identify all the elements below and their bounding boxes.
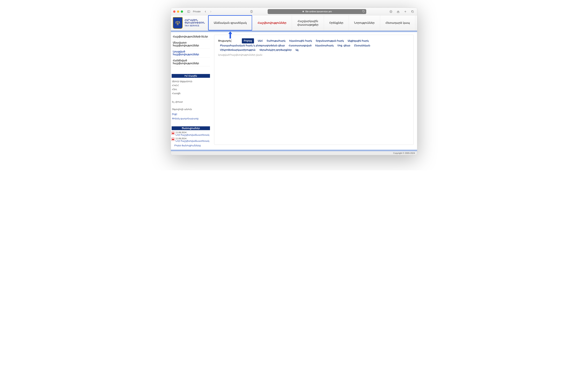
sidebar-report-item-2[interactable]: Լրացված հաշվետվություններ	[172, 48, 210, 58]
pdf-icon	[172, 132, 174, 135]
notice-title[interactable]: Նոր հաշվետվաձևատեսակ	[175, 140, 209, 142]
maximize-window-button[interactable]	[181, 10, 183, 13]
sidebar-report-item-1[interactable]: Անավարտ հաշվետվություններ	[172, 40, 210, 48]
refresh-icon[interactable]	[362, 10, 365, 13]
filter-pill-7[interactable]: Հաստատագրված	[289, 44, 311, 48]
decorative-strip	[171, 150, 417, 151]
filter-row: Ցուցադրել՝ ԲոլորըԱԱՀՇահութահարկԵկամտային…	[218, 38, 410, 52]
about-email-label: Էլ. փոստ	[172, 101, 210, 103]
filter-pill-2[interactable]: Շահութահարկ	[267, 39, 285, 43]
nav-item-5[interactable]: Հետադարձ կապ	[380, 15, 415, 30]
filter-pill-4[interactable]: Շրջանառության հարկ	[316, 39, 344, 43]
share-icon[interactable]	[396, 9, 401, 14]
about-user-label: Օգտվողի անուն	[172, 108, 210, 111]
about-name-label: Անուն Ազգանուն	[172, 80, 210, 83]
back-button[interactable]	[203, 9, 208, 14]
nav-item-2[interactable]: Հաշվարկայինփաստաթղթեր	[292, 15, 324, 30]
svg-rect-0	[187, 10, 190, 13]
nav-item-6[interactable]: Օգնություն	[415, 15, 417, 30]
filter-pill-0[interactable]: Բոլորը	[242, 38, 254, 44]
sidebar-toggle-icon[interactable]	[186, 9, 191, 14]
filter-pill-9[interactable]: Սոց. վճար	[338, 44, 350, 48]
tabs-overview-icon[interactable]	[410, 9, 415, 14]
empty-state-message: Լրացված հաշվետվություններ չկան:	[218, 53, 410, 56]
filter-pill-6[interactable]: Բնապահպանական հարկ և բնօգտագործման վճար	[220, 44, 285, 48]
nav-item-3[interactable]: Օրենքներ	[324, 15, 349, 30]
filter-pill-13[interactable]: Այլ	[295, 48, 298, 52]
private-mode-label: Private	[193, 10, 201, 13]
about-ssn-label: ՀՎՀՀ	[172, 84, 210, 87]
sidebar-report-item-0[interactable]: Հաշվետվությունների ձևեր	[172, 33, 210, 40]
forward-button[interactable]	[208, 9, 213, 14]
lock-icon	[302, 10, 304, 13]
new-tab-icon[interactable]	[403, 9, 408, 14]
notice-date: 11.09.2014	[175, 137, 209, 140]
about-me-title: Իմ Մասին	[172, 74, 210, 78]
sidebar-reports-list: Հաշվետվությունների ձևերԱնավարտ հաշվետվու…	[172, 33, 210, 66]
main-content: Ցուցադրել՝ ԲոլորըԱԱՀՇահութահարկԵկամտային…	[211, 32, 417, 150]
content-panel: Ցուցադրել՝ ԲոլորըԱԱՀՇահութահարկԵկամտային…	[214, 35, 414, 145]
browser-titlebar: Private file-online.taxservice.am	[171, 8, 417, 15]
filter-pill-10[interactable]: Ընտանեկան	[354, 44, 370, 48]
copyright-text: Copyright © 2009-2024	[393, 152, 415, 154]
nav-item-4[interactable]: Նորություններ	[349, 15, 380, 30]
site-header: ՀԱՐԿԱՅԻՆ ԾԱՌԱՅՈՒԹՅՈՒՆ TAX SERVICE Անձնակ…	[171, 15, 417, 31]
filter-pill-12[interactable]: Վերահսկվող գործարքներ	[259, 48, 292, 52]
notices-list: 11.09.2014Նոր հաշվետվաձևատեսակ11.09.2014…	[172, 131, 210, 142]
logout-link[interactable]: [Ելք]	[172, 113, 210, 115]
close-window-button[interactable]	[173, 10, 175, 13]
annotation-arrow-icon	[228, 31, 233, 40]
url-text: file-online.taxservice.am	[305, 10, 332, 13]
svg-rect-9	[412, 11, 414, 13]
change-password-link[interactable]: Փոխել գաղտնաբառը	[172, 117, 210, 120]
notices-title: Ծանուցումներ	[172, 126, 210, 130]
filter-pill-5[interactable]: Ակցիզային հարկ	[348, 39, 369, 43]
filter-pill-8[interactable]: Եկամտահարկ	[315, 44, 334, 48]
about-address-label: Հասցե	[172, 92, 210, 95]
filter-pill-3[interactable]: Եկամտային հարկ	[289, 39, 312, 43]
pdf-icon	[172, 138, 174, 141]
notice-item-1[interactable]: 11.09.2014Նոր հաշվետվաձևատեսակ	[172, 137, 210, 142]
url-bar[interactable]: file-online.taxservice.am	[268, 9, 366, 14]
notice-title[interactable]: Նոր հաշվետվաձևատեսակ	[175, 134, 209, 136]
notice-date: 11.09.2014	[175, 131, 209, 134]
nav-item-0[interactable]: Անձնական գրասենյակ	[208, 15, 252, 30]
sidebar: Հաշվետվությունների ձևերԱնավարտ հաշվետվու…	[171, 32, 211, 150]
nav-item-1[interactable]: Հաշվետվություններ	[252, 15, 292, 30]
svg-rect-3	[303, 11, 304, 12]
downloads-icon[interactable]	[389, 9, 393, 14]
site-brand-text: ՀԱՐԿԱՅԻՆ ԾԱՌԱՅՈՒԹՅՈՒՆ TAX SERVICE	[185, 19, 205, 27]
filter-pill-1[interactable]: ԱԱՀ	[258, 39, 263, 43]
decorative-strip	[171, 31, 417, 32]
window-controls	[173, 10, 183, 13]
all-notices-link[interactable]: Բոլոր ծանուցումները	[174, 144, 210, 147]
main-nav: Անձնական գրասենյակՀաշվետվություններՀաշվա…	[208, 15, 417, 30]
footer: Copyright © 2009-2024	[171, 151, 417, 155]
sidebar-report-item-3[interactable]: Հանձնված հաշվետվություններ	[172, 58, 210, 66]
site-logo-block[interactable]: ՀԱՐԿԱՅԻՆ ԾԱՌԱՅՈՒԹՅՈՒՆ TAX SERVICE	[171, 15, 208, 30]
privacy-shield-icon[interactable]	[249, 9, 254, 14]
minimize-window-button[interactable]	[177, 10, 179, 13]
about-phone-label: Հեռ.	[172, 88, 210, 91]
about-me-fields: Անուն Ազգանուն ՀՎՀՀ Հեռ. Հասցե Էլ. փոստ …	[172, 78, 210, 121]
filter-pill-11[interactable]: Միկրոձեռնարկատիրություն	[220, 48, 255, 52]
filter-label: Ցուցադրել՝	[218, 39, 232, 42]
notice-item-0[interactable]: 11.09.2014Նոր հաշվետվաձևատեսակ	[172, 131, 210, 136]
tax-service-logo-icon	[173, 17, 183, 29]
